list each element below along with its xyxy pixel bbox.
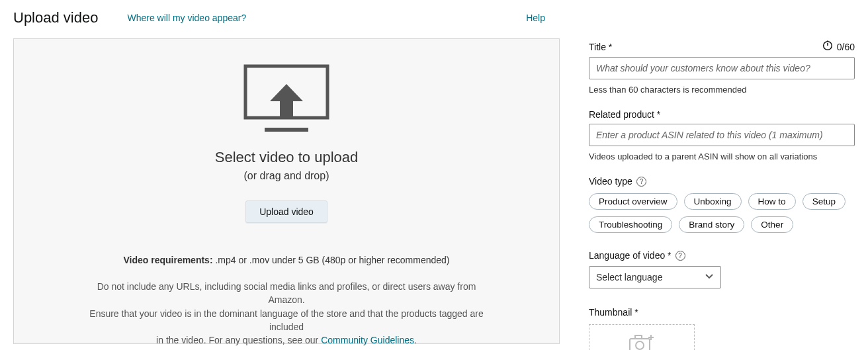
language-selected-text: Select language (596, 272, 705, 283)
clock-icon (822, 40, 833, 53)
related-product-label: Related product * (589, 109, 660, 120)
video-requirements-text: Video requirements: .mp4 or .mov under 5… (123, 255, 449, 265)
thumbnail-upload-box[interactable] (589, 324, 695, 350)
chip-product-overview[interactable]: Product overview (589, 193, 677, 210)
community-guidelines-link[interactable]: Community Guidelines (321, 335, 414, 345)
help-link[interactable]: Help (526, 13, 545, 23)
upload-guidance-text: Do not include any URLs, including socia… (81, 280, 492, 347)
chip-other[interactable]: Other (751, 216, 793, 233)
chip-brand-story[interactable]: Brand story (679, 216, 744, 233)
related-product-input[interactable] (589, 124, 855, 146)
chip-how-to[interactable]: How to (748, 193, 796, 210)
language-label: Language of video * (589, 250, 672, 261)
chevron-down-icon (705, 272, 714, 283)
chip-setup[interactable]: Setup (803, 193, 846, 210)
upload-dropzone[interactable]: Select video to upload (or drag and drop… (13, 38, 560, 344)
language-select[interactable]: Select language (589, 266, 721, 288)
video-type-label: Video type (589, 176, 632, 187)
svg-rect-4 (827, 41, 828, 42)
related-product-hint: Videos uploaded to a parent ASIN will sh… (589, 152, 855, 161)
chip-troubleshooting[interactable]: Troubleshooting (589, 216, 672, 233)
title-char-counter: 0/60 (837, 42, 855, 52)
svg-rect-6 (635, 335, 642, 339)
chip-unboxing[interactable]: Unboxing (684, 193, 742, 210)
title-hint: Less than 60 characters is recommended (589, 85, 855, 95)
page-title: Upload video (13, 9, 98, 26)
info-icon[interactable]: ? (675, 251, 685, 261)
title-label: Title * (589, 42, 612, 52)
svg-rect-5 (630, 339, 650, 350)
info-icon[interactable]: ? (636, 177, 646, 187)
video-type-chip-row: Product overview Unboxing How to Setup T… (589, 193, 855, 233)
svg-point-7 (636, 341, 644, 349)
camera-icon (629, 333, 655, 350)
thumbnail-label: Thumbnail * (589, 307, 638, 318)
upload-video-button[interactable]: Upload video (245, 200, 327, 223)
dropzone-subheading: (or drag and drop) (244, 170, 329, 182)
title-input[interactable] (589, 57, 855, 79)
svg-rect-1 (265, 128, 308, 132)
dropzone-heading: Select video to upload (215, 149, 359, 166)
where-appear-link[interactable]: Where will my video appear? (127, 13, 246, 23)
upload-monitor-icon (243, 64, 329, 133)
